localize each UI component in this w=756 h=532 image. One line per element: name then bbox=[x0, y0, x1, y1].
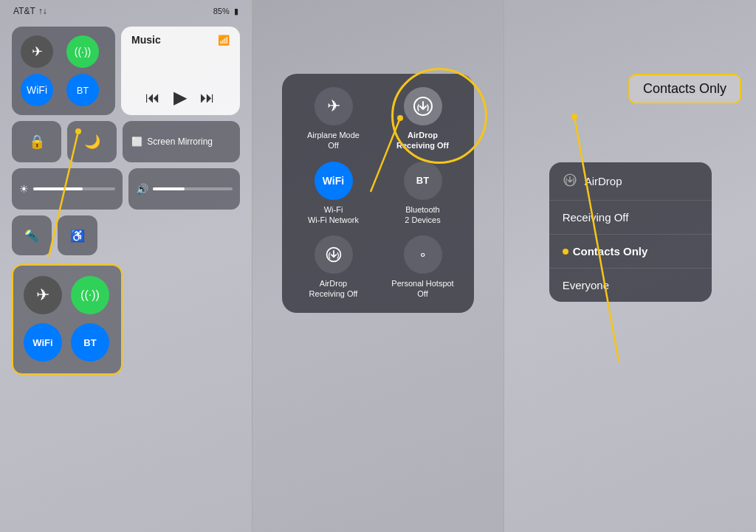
status-bar-left: AT&T ↑↓ bbox=[13, 6, 47, 16]
wifi-icon[interactable]: WiFi bbox=[315, 162, 353, 200]
selected-dot bbox=[563, 249, 568, 255]
cc-second-row: 🔒 🌙 ⬜ Screen Mirroring bbox=[12, 121, 240, 162]
context-menu-airdrop[interactable]: AirDrop bbox=[549, 162, 712, 201]
svg-point-8 bbox=[571, 114, 577, 120]
airdrop-icon-bottom[interactable] bbox=[315, 235, 353, 274]
everyone-label: Everyone bbox=[563, 279, 698, 291]
airdrop-menu-icon bbox=[563, 173, 577, 190]
expanded-tile-wrapper: ✈ Airplane ModeOff AirDropReceiving Off bbox=[282, 74, 474, 313]
network-tile-small: ✈ ((·)) WiFi BT bbox=[12, 27, 115, 115]
cellular-button-small[interactable]: ((·)) bbox=[66, 35, 99, 68]
wifi-button-small[interactable]: WiFi bbox=[21, 74, 53, 106]
cc-item-hotspot: ⚬ Personal HotspotOff bbox=[382, 235, 464, 300]
music-controls: ⏮ ▶ ⏭ bbox=[131, 87, 230, 108]
bluetooth-label: Bluetooth2 Devices bbox=[405, 204, 440, 226]
rotation-lock-button[interactable]: 🔒 bbox=[12, 121, 61, 162]
context-menu-receiving-off[interactable]: Receiving Off bbox=[549, 201, 712, 235]
hotspot-label: Personal HotspotOff bbox=[391, 278, 453, 300]
cc-third-row: ☀ 🔊 bbox=[12, 168, 240, 210]
p2-content: ✈ Airplane ModeOff AirDropReceiving Off bbox=[252, 0, 504, 328]
volume-icon: 🔊 bbox=[136, 183, 148, 195]
contacts-only-label: Contacts Only bbox=[643, 81, 726, 96]
brightness-fill bbox=[33, 187, 83, 190]
panel-1: AT&T ↑↓ 85% ▮ ✈ ((·)) WiFi BT Music 📶 bbox=[0, 0, 252, 532]
context-menu-everyone[interactable]: Everyone bbox=[549, 269, 712, 302]
status-bar-right: 85% ▮ bbox=[213, 7, 238, 16]
context-menu-contacts-only[interactable]: Contacts Only bbox=[549, 235, 712, 269]
status-bar: AT&T ↑↓ 85% ▮ bbox=[0, 0, 252, 19]
accessibility-button[interactable]: ♿ bbox=[58, 215, 97, 255]
carrier-text: AT&T bbox=[13, 6, 35, 16]
wifi-label: Wi-FiWi-Fi Network bbox=[308, 204, 359, 226]
receiving-off-label: Receiving Off bbox=[563, 211, 698, 224]
airdrop-menu-label: AirDrop bbox=[585, 175, 698, 187]
signal-icon: ↑↓ bbox=[38, 6, 47, 16]
cc-item-airdrop-bottom: AirDropReceiving Off bbox=[292, 235, 374, 300]
music-tile: Music 📶 ⏮ ▶ ⏭ bbox=[121, 27, 240, 115]
brightness-icon: ☀ bbox=[19, 183, 29, 195]
brightness-bar bbox=[33, 187, 115, 190]
cc-item-wifi: WiFi Wi-FiWi-Fi Network bbox=[292, 162, 374, 226]
hotspot-icon[interactable]: ⚬ bbox=[404, 235, 442, 274]
brightness-slider[interactable]: ☀ bbox=[12, 168, 123, 210]
network-tile-large: ✈ ((·)) WiFi BT bbox=[12, 264, 123, 375]
contacts-only-box: Contacts Only bbox=[628, 74, 741, 104]
network-tile-large-container: ✈ ((·)) WiFi BT bbox=[12, 264, 240, 375]
cc-container: ✈ ((·)) WiFi BT Music 📶 ⏮ ▶ ⏭ 🔒 bbox=[0, 19, 252, 382]
screen-mirror-label: Screen Mirroring bbox=[147, 137, 213, 147]
airdrop-context-menu: AirDrop Receiving Off Contacts Only Ever… bbox=[549, 162, 712, 302]
airdrop-bottom-label: AirDropReceiving Off bbox=[309, 278, 358, 300]
airplane-button-small[interactable]: ✈ bbox=[21, 35, 53, 68]
music-label: Music bbox=[131, 34, 161, 46]
airplane-icon[interactable]: ✈ bbox=[315, 87, 353, 125]
volume-fill bbox=[153, 187, 185, 190]
airdrop-icon-highlighted[interactable] bbox=[404, 87, 442, 125]
play-button[interactable]: ▶ bbox=[173, 87, 187, 108]
cc-bottom-row: 🔦 ♿ bbox=[12, 215, 240, 255]
cc-item-bluetooth: BT Bluetooth2 Devices bbox=[382, 162, 464, 226]
battery-icon: ▮ bbox=[234, 7, 238, 16]
flashlight-button[interactable]: 🔦 bbox=[12, 215, 52, 255]
panel-2: ✈ Airplane ModeOff AirDropReceiving Off bbox=[252, 0, 505, 532]
cc-item-airplane: ✈ Airplane ModeOff bbox=[292, 87, 374, 151]
bluetooth-icon[interactable]: BT bbox=[404, 162, 442, 200]
screen-mirroring-button[interactable]: ⬜ Screen Mirroring bbox=[123, 121, 239, 162]
prev-button[interactable]: ⏮ bbox=[145, 89, 160, 106]
bluetooth-button-small[interactable]: BT bbox=[66, 74, 99, 106]
airplane-label: Airplane ModeOff bbox=[307, 130, 360, 151]
expanded-tile: ✈ Airplane ModeOff AirDropReceiving Off bbox=[282, 74, 474, 313]
cc-item-airdrop: AirDropReceiving Off bbox=[382, 87, 464, 151]
p3-content: Contacts Only AirDrop Receiving Off bbox=[504, 0, 756, 532]
music-title: Music 📶 bbox=[131, 34, 230, 46]
contacts-only-menu-label: Contacts Only bbox=[573, 245, 698, 258]
airplane-button-large[interactable]: ✈ bbox=[24, 276, 62, 314]
volume-bar bbox=[153, 187, 232, 190]
music-wifi-icon: 📶 bbox=[218, 35, 230, 46]
donotdisturb-button[interactable]: 🌙 bbox=[67, 121, 117, 162]
wifi-button-large[interactable]: WiFi bbox=[24, 323, 62, 362]
battery-percent: 85% bbox=[213, 7, 230, 15]
next-button[interactable]: ⏭ bbox=[200, 89, 215, 106]
cc-top-row: ✈ ((·)) WiFi BT Music 📶 ⏮ ▶ ⏭ bbox=[12, 27, 240, 115]
cellular-button-large[interactable]: ((·)) bbox=[71, 276, 109, 314]
volume-slider[interactable]: 🔊 bbox=[128, 168, 239, 210]
airdrop-label-highlighted: AirDropReceiving Off bbox=[396, 130, 449, 151]
bluetooth-button-large[interactable]: BT bbox=[71, 323, 109, 362]
screen-mirror-icon: ⬜ bbox=[131, 137, 142, 147]
panel-3: Contacts Only AirDrop Receiving Off bbox=[504, 0, 756, 532]
